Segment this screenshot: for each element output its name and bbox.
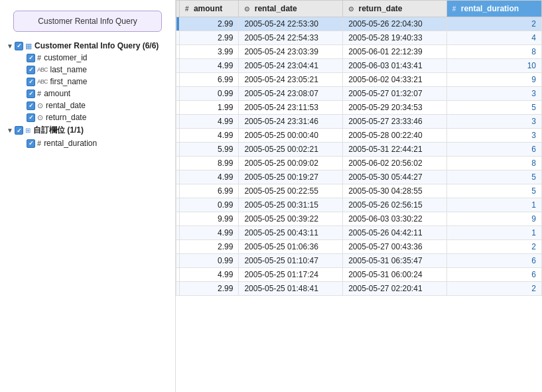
checkbox-first_name[interactable]	[27, 78, 35, 86]
cell-rental_duration: 3	[446, 115, 541, 129]
data-table-wrapper[interactable]: # amount ⊙ rental_date ⊙ return_date # r…	[176, 0, 542, 392]
cell-rental_duration: 3	[446, 129, 541, 143]
tree-item-last_name[interactable]: ABC last_name	[5, 64, 175, 76]
tree-item-rental_duration[interactable]: # rental_duration	[5, 137, 175, 149]
table-row[interactable]: 4.992005-05-25 00:19:272005-05-30 05:44:…	[176, 170, 542, 184]
right-panel: # amount ⊙ rental_date ⊙ return_date # r…	[176, 0, 542, 392]
label-rental_duration: rental_duration	[44, 139, 97, 148]
col-label-rental_date: rental_date	[255, 4, 297, 13]
table-row[interactable]: 8.992005-05-25 00:09:022005-06-02 20:56:…	[176, 157, 542, 170]
tree-item-customer_id[interactable]: # customer_id	[5, 52, 175, 64]
cell-rental_date: 2005-05-24 23:11:53	[239, 101, 343, 115]
col-label-return_date: return_date	[358, 4, 402, 13]
table-row[interactable]: 4.992005-05-25 01:17:242005-05-31 06:00:…	[176, 268, 542, 282]
table-row[interactable]: 6.992005-05-24 23:05:212005-06-02 04:33:…	[176, 73, 542, 87]
tree-item-return_date[interactable]: ⊙ return_date	[5, 111, 175, 123]
table-row[interactable]: 4.992005-05-25 00:00:402005-05-28 00:22:…	[176, 129, 542, 143]
cell-return_date: 2005-05-26 04:42:11	[343, 226, 447, 240]
checkbox-customer_id[interactable]	[27, 54, 35, 62]
table-row[interactable]: 3.992005-05-24 23:03:392005-06-01 22:12:…	[176, 45, 542, 59]
cell-rental_duration: 5	[446, 170, 541, 184]
cell-return_date: 2005-05-28 19:40:33	[343, 31, 447, 45]
cell-amount: 9.99	[180, 212, 239, 226]
tree-root-item[interactable]: ▼ ▦ Customer Rental Info Query (6/6)	[5, 40, 175, 52]
cell-rental_date: 2005-05-25 00:00:40	[239, 129, 343, 143]
cell-rental_date: 2005-05-25 01:48:41	[239, 282, 343, 296]
label-first_name: first_name	[50, 77, 88, 86]
table-row[interactable]: 9.992005-05-25 00:39:222005-06-03 03:30:…	[176, 212, 542, 226]
root-label: Customer Rental Info Query (6/6)	[34, 41, 159, 50]
cell-rental_date: 2005-05-24 23:31:46	[239, 115, 343, 129]
cell-amount: 0.99	[180, 254, 239, 268]
tree-item-first_name[interactable]: ABC first_name	[5, 76, 175, 88]
table-row[interactable]: 4.992005-05-25 00:43:112005-05-26 04:42:…	[176, 226, 542, 240]
tree-custom-root[interactable]: ▼ ⊞ 自訂欄位 (1/1)	[5, 123, 175, 137]
data-table: # amount ⊙ rental_date ⊙ return_date # r…	[176, 0, 542, 296]
hash-icon: #	[37, 90, 41, 98]
cell-return_date: 2005-05-30 05:44:27	[343, 170, 447, 184]
label-customer_id: customer_id	[44, 53, 87, 62]
table-row[interactable]: 0.992005-05-25 01:10:472005-05-31 06:35:…	[176, 254, 542, 268]
table-row[interactable]: 2.992005-05-25 01:06:362005-05-27 00:43:…	[176, 240, 542, 254]
cell-return_date: 2005-05-30 04:28:55	[343, 184, 447, 198]
checkbox-custom[interactable]	[15, 126, 23, 135]
cell-return_date: 2005-05-31 22:44:21	[343, 143, 447, 157]
table-row[interactable]: 6.992005-05-25 00:22:552005-05-30 04:28:…	[176, 184, 542, 198]
tree-item-rental_date[interactable]: ⊙ rental_date	[5, 99, 175, 111]
checkbox-amount[interactable]	[27, 90, 35, 98]
table-row[interactable]: 1.992005-05-24 23:11:532005-05-29 20:34:…	[176, 101, 542, 115]
table-row[interactable]: 0.992005-05-24 23:08:072005-05-27 01:32:…	[176, 87, 542, 101]
cell-return_date: 2005-05-31 06:00:24	[343, 268, 447, 282]
query-card-title: Customer Rental Info Query	[38, 17, 137, 26]
hash-icon: #	[37, 139, 41, 147]
label-last_name: last_name	[50, 65, 87, 74]
abc-icon: ABC	[37, 78, 48, 85]
table-row[interactable]: 2.992005-05-24 22:54:332005-05-28 19:40:…	[176, 31, 542, 45]
cell-amount: 4.99	[180, 268, 239, 282]
cell-amount: 8.99	[180, 157, 239, 170]
cell-rental_duration: 6	[446, 268, 541, 282]
checkbox-rental_duration[interactable]	[27, 139, 35, 148]
cell-rental_date: 2005-05-24 23:04:41	[239, 59, 343, 73]
checkbox-rental_date[interactable]	[27, 101, 35, 110]
cell-rental_duration: 8	[446, 45, 541, 59]
cell-return_date: 2005-06-03 01:43:41	[343, 59, 447, 73]
cell-return_date: 2005-05-27 02:20:41	[343, 282, 447, 296]
table-row[interactable]: 5.992005-05-25 00:02:212005-05-31 22:44:…	[176, 143, 542, 157]
toggle-icon[interactable]: ▼	[5, 127, 15, 134]
label-amount: amount	[44, 89, 70, 98]
checkbox-last_name[interactable]	[27, 66, 35, 74]
cell-rental_duration: 3	[446, 87, 541, 101]
hash-col-icon: #	[185, 5, 189, 13]
table-row[interactable]: 4.992005-05-24 23:31:462005-05-27 23:33:…	[176, 115, 542, 129]
cell-rental_date: 2005-05-24 23:05:21	[239, 73, 343, 87]
cell-rental_date: 2005-05-24 23:08:07	[239, 87, 343, 101]
cell-rental_date: 2005-05-25 00:19:27	[239, 170, 343, 184]
toggle-icon[interactable]: ▼	[5, 42, 15, 50]
table-row[interactable]: 2.992005-05-24 22:53:302005-05-26 22:04:…	[176, 17, 542, 31]
cell-rental_date: 2005-05-25 01:17:24	[239, 268, 343, 282]
col-header-rental_duration[interactable]: # rental_duration	[446, 1, 541, 17]
cell-rental_duration: 5	[446, 101, 541, 115]
cell-rental_date: 2005-05-25 00:09:02	[239, 157, 343, 170]
cell-amount: 2.99	[180, 17, 239, 31]
clock-col-icon2: ⊙	[348, 5, 354, 13]
cell-rental_duration: 6	[446, 143, 541, 157]
col-header-rental_date[interactable]: ⊙ rental_date	[239, 1, 343, 17]
root-checkbox[interactable]	[15, 42, 23, 50]
cell-rental_duration: 4	[446, 31, 541, 45]
table-row[interactable]: 2.992005-05-25 01:48:412005-05-27 02:20:…	[176, 282, 542, 296]
cell-rental_duration: 9	[446, 212, 541, 226]
cell-return_date: 2005-06-01 22:12:39	[343, 45, 447, 59]
table-row[interactable]: 4.992005-05-24 23:04:412005-06-03 01:43:…	[176, 59, 542, 73]
tree-area: ▼ ▦ Customer Rental Info Query (6/6) # c…	[0, 40, 175, 392]
cell-rental_date: 2005-05-25 01:06:36	[239, 240, 343, 254]
cell-amount: 5.99	[180, 143, 239, 157]
tree-item-amount[interactable]: # amount	[5, 88, 175, 99]
col-header-return_date[interactable]: ⊙ return_date	[343, 1, 447, 17]
table-row[interactable]: 0.992005-05-25 00:31:152005-05-26 02:56:…	[176, 198, 542, 212]
cell-return_date: 2005-06-03 03:30:22	[343, 212, 447, 226]
col-header-amount[interactable]: # amount	[180, 1, 239, 17]
left-panel: Customer Rental Info Query ▼ ▦ Customer …	[0, 0, 176, 392]
checkbox-return_date[interactable]	[27, 113, 35, 122]
